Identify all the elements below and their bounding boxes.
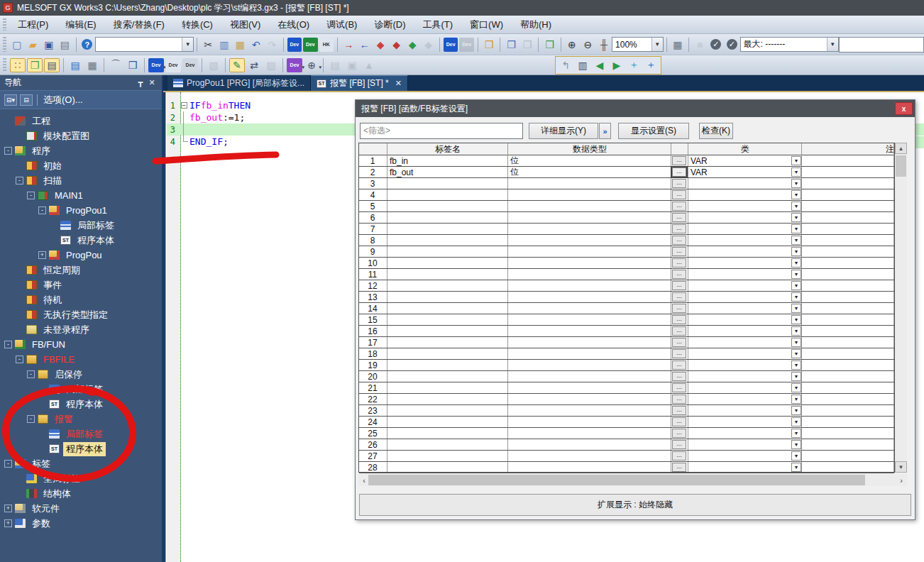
zoom-fit-icon[interactable]: ╫ — [597, 38, 612, 52]
data-type-cell[interactable] — [508, 462, 670, 473]
menu-item-5[interactable]: 视图(V) — [221, 16, 269, 34]
sidebar-item-27[interactable]: +软元件 — [0, 501, 162, 516]
sidebar-item-5[interactable]: -扫描 — [0, 173, 162, 188]
class-dropdown-icon[interactable]: ▼ — [791, 451, 801, 461]
menu-item-4[interactable]: 转换(C) — [173, 16, 221, 34]
scrollbar-thumb-h[interactable] — [368, 475, 865, 485]
table-row[interactable]: 9...▼ — [359, 246, 894, 258]
tab-1[interactable]: ProgPou1 [PRG] [局部标签设... — [167, 75, 311, 91]
data-type-cell[interactable] — [508, 280, 670, 291]
label-name-cell[interactable] — [387, 382, 507, 393]
table-row[interactable]: 8...▼ — [359, 235, 894, 246]
binoculars-icon[interactable]: ⌒ — [108, 58, 123, 72]
sidebar-item-10[interactable]: +ProgPou — [0, 248, 162, 263]
class-cell[interactable] — [688, 189, 801, 200]
label-name-cell[interactable] — [387, 462, 507, 473]
class-cell[interactable] — [688, 462, 801, 473]
row-number-cell[interactable]: 13 — [359, 292, 386, 302]
horizontal-scrollbar[interactable]: ‹ › — [358, 474, 907, 486]
class-cell[interactable] — [688, 360, 801, 370]
row-number-cell[interactable]: 26 — [359, 439, 386, 450]
class-dropdown-icon[interactable]: ▼ — [791, 270, 801, 279]
check-button[interactable]: 检查(K) — [699, 123, 733, 139]
window-find-icon[interactable]: ❒ — [125, 58, 141, 72]
data-type-cell[interactable] — [508, 189, 670, 200]
find-next-green-icon[interactable]: ▶ — [609, 58, 625, 72]
jump-next-icon[interactable]: → — [341, 38, 356, 52]
sidebar-item-8[interactable]: 局部标签 — [0, 218, 162, 233]
nav-options-button[interactable]: 选项(O)... — [43, 94, 83, 106]
label-name-cell[interactable]: fb_in — [387, 155, 507, 166]
class-dropdown-icon[interactable]: ▼ — [791, 190, 801, 199]
tree-expander-icon[interactable]: - — [4, 147, 12, 155]
label-name-cell[interactable] — [387, 212, 507, 223]
class-cell[interactable] — [688, 394, 801, 404]
data-type-cell[interactable]: 位 — [508, 155, 670, 166]
label-name-cell[interactable] — [387, 337, 507, 348]
class-dropdown-icon[interactable]: ▼ — [791, 202, 801, 211]
row-number-cell[interactable]: 21 — [359, 382, 386, 393]
list-view-icon[interactable]: ▤ — [67, 58, 83, 72]
row-number-cell[interactable]: 27 — [359, 451, 386, 461]
class-dropdown-icon[interactable]: ▼ — [791, 429, 801, 438]
edit-mode-icon[interactable]: ✎ — [229, 58, 245, 72]
device-list-icon[interactable]: Dev — [165, 58, 181, 72]
detail-dots-button[interactable]: ... — [672, 236, 686, 245]
save-icon[interactable]: ▣ — [42, 38, 57, 52]
detail-display-button[interactable]: 详细显示(Y) — [529, 123, 598, 139]
tree-expander-icon[interactable]: - — [4, 460, 12, 468]
class-dropdown-icon[interactable]: ▼ — [791, 247, 801, 256]
class-cell[interactable] — [688, 417, 801, 427]
sidebar-item-3[interactable]: -程序 — [0, 143, 162, 158]
table-row[interactable]: 10...▼ — [359, 258, 894, 269]
class-dropdown-icon[interactable]: ▼ — [791, 281, 801, 290]
open-file-icon[interactable]: ▰ — [26, 38, 40, 52]
data-type-cell[interactable] — [508, 178, 670, 189]
table-row[interactable]: 28...▼ — [359, 462, 894, 473]
data-type-cell[interactable] — [508, 371, 670, 382]
row-number-cell[interactable]: 24 — [359, 417, 386, 427]
data-type-cell[interactable] — [508, 360, 670, 370]
zoom-in-icon[interactable]: ⊕ — [565, 38, 580, 52]
menu-item-8[interactable]: 诊断(D) — [365, 16, 414, 34]
chevron-down-icon[interactable]: ▼ — [182, 38, 193, 51]
sidebar-item-24[interactable]: -标签 — [0, 456, 162, 471]
detail-dots-button[interactable]: ... — [672, 383, 686, 392]
label-name-cell[interactable] — [387, 269, 507, 280]
window-cascade-icon[interactable]: ❒ — [504, 38, 519, 52]
table-row[interactable]: 26...▼ — [359, 439, 894, 451]
chip-icon[interactable]: ▤ — [44, 58, 60, 72]
class-dropdown-icon[interactable]: ▼ — [791, 315, 801, 324]
class-dropdown-icon[interactable]: ▼ — [791, 258, 801, 268]
dialog-title-bar[interactable]: 报警 [FB] [函数/FB标签设置] — [356, 100, 915, 117]
class-cell[interactable] — [688, 382, 801, 393]
data-type-cell[interactable] — [508, 303, 670, 314]
find-device-del-icon[interactable]: ◆ — [389, 38, 404, 52]
menu-item-11[interactable]: 帮助(H) — [512, 16, 560, 34]
class-cell[interactable] — [688, 224, 801, 234]
new-file-icon[interactable]: ▢ — [10, 38, 25, 52]
class-cell[interactable] — [688, 326, 801, 336]
help-icon[interactable]: ? — [80, 38, 95, 52]
class-cell[interactable] — [688, 280, 801, 291]
vertical-scrollbar[interactable]: ▲ ▼ — [895, 143, 907, 473]
sidebar-item-12[interactable]: 事件 — [0, 277, 162, 292]
sidebar-item-2[interactable]: 模块配置图 — [0, 128, 162, 143]
detail-dots-button[interactable]: ... — [672, 213, 686, 222]
class-cell[interactable]: VAR — [688, 155, 801, 166]
find-device-prev-icon[interactable]: ◆ — [373, 38, 388, 52]
row-number-cell[interactable]: 20 — [359, 371, 386, 382]
tree-expander-icon[interactable]: - — [4, 341, 12, 348]
table-row[interactable]: 18...▼ — [359, 348, 894, 360]
detail-dots-button[interactable]: ... — [672, 167, 686, 177]
sidebar-item-6[interactable]: -MAIN1 — [0, 188, 162, 203]
label-name-cell[interactable] — [387, 348, 507, 359]
label-name-cell[interactable] — [387, 178, 507, 189]
cut-icon[interactable]: ✂ — [201, 38, 216, 52]
table-row[interactable]: 11...▼ — [359, 269, 894, 280]
device-find-icon[interactable]: Dev — [287, 38, 302, 52]
row-number-cell[interactable]: 5 — [359, 201, 386, 211]
detail-dots-button[interactable]: ... — [672, 156, 686, 165]
label-name-cell[interactable] — [387, 280, 507, 291]
class-cell[interactable] — [688, 201, 801, 211]
